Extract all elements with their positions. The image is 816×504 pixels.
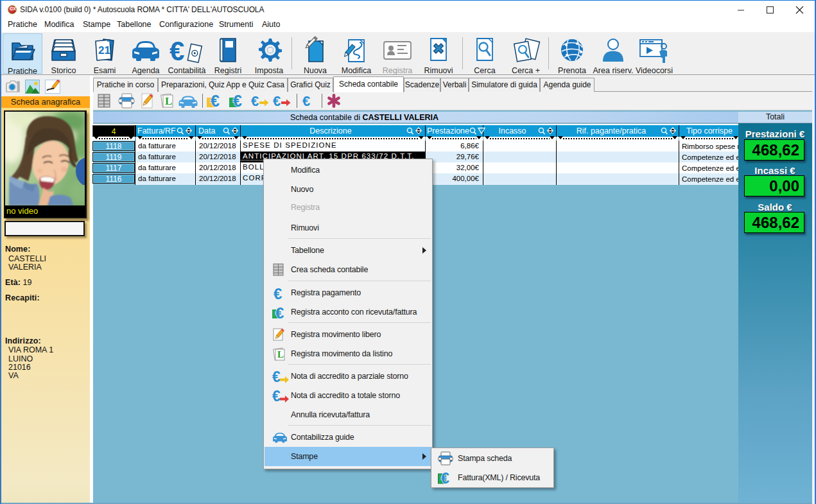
- svg-text:€: €: [275, 305, 284, 320]
- svg-text:€: €: [233, 93, 242, 109]
- svg-text:€: €: [441, 471, 449, 486]
- svg-text:L: L: [165, 95, 172, 107]
- svg-text:€: €: [302, 93, 310, 109]
- svg-text:€: €: [169, 36, 184, 64]
- svg-text:€: €: [272, 388, 281, 404]
- svg-text:L: L: [277, 349, 284, 360]
- svg-text:€: €: [211, 93, 220, 109]
- svg-text:€: €: [272, 369, 281, 385]
- svg-text:€: €: [273, 93, 281, 109]
- svg-text:€: €: [251, 93, 259, 109]
- svg-text:€: €: [273, 286, 282, 301]
- svg-text:21: 21: [98, 44, 110, 56]
